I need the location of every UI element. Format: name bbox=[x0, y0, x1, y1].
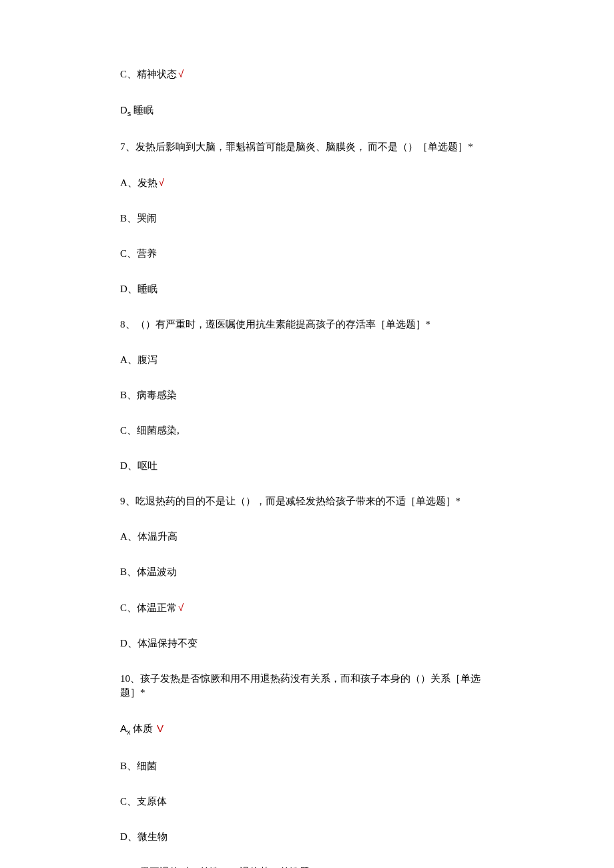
option-text: 发热 bbox=[137, 177, 158, 188]
option-text: 体温正常 bbox=[137, 602, 177, 613]
option-text: 体温波动 bbox=[137, 566, 177, 577]
document-page: C、精神状态√ Ds 睡眠 7、发热后影响到大脑，罪魁祸首可能是脑炎、脑膜炎， … bbox=[0, 0, 614, 868]
option-prefix: D、 bbox=[120, 460, 137, 471]
question-text: 孩子发热是否惊厥和用不用退热药没有关系，而和孩子本身的（）关系［单选题］* bbox=[120, 673, 481, 698]
question-line: 7、发热后影响到大脑，罪魁祸首可能是脑炎、脑膜炎， 而不是（）［单选题］* bbox=[120, 140, 494, 154]
option-text: 睡眠 bbox=[137, 284, 158, 294]
option-line: D、微生物 bbox=[120, 830, 494, 844]
option-text: 呕吐 bbox=[137, 460, 158, 471]
question-line: 8、（）有严重时，遵医嘱使用抗生素能提高孩子的存活率［单选题］* bbox=[120, 318, 494, 332]
option-line: C、支原体 bbox=[120, 795, 494, 809]
option-text: 精神状态 bbox=[137, 69, 177, 79]
correct-mark-icon: V bbox=[157, 723, 164, 734]
question-prefix: 9、 bbox=[120, 496, 135, 506]
option-text: 体质 bbox=[133, 723, 153, 734]
option-prefix: B、 bbox=[120, 761, 137, 771]
option-line: D、呕吐 bbox=[120, 459, 494, 473]
option-prefix: C、 bbox=[120, 425, 137, 436]
option-line: C、体温正常√ bbox=[120, 600, 494, 615]
option-prefix: A、 bbox=[120, 177, 137, 188]
option-prefix: B、 bbox=[120, 390, 137, 400]
question-text: 发热后影响到大脑，罪魁祸首可能是脑炎、脑膜炎， 而不是（）［单选题］* bbox=[135, 141, 473, 152]
option-prefix: B、 bbox=[120, 566, 137, 577]
question-prefix: 10、 bbox=[120, 673, 140, 684]
question-line: 11、需要退热时，首选（）退热药［单选题］* bbox=[120, 865, 494, 868]
question-prefix: 8、 bbox=[120, 319, 135, 330]
option-line: Ax 体质 V bbox=[120, 721, 494, 737]
question-line: 9、吃退热药的目的不是让（），而是减轻发热给孩子带来的不适［单选题］* bbox=[120, 494, 494, 508]
correct-mark-icon: √ bbox=[159, 177, 164, 188]
option-text: 哭闹 bbox=[137, 213, 157, 224]
option-prefix: C、 bbox=[120, 69, 137, 79]
option-text: 睡眠 bbox=[133, 105, 154, 115]
option-text: 体温保持不变 bbox=[137, 638, 198, 648]
option-prefix: D、 bbox=[120, 831, 137, 842]
option-text: 病毒感染 bbox=[137, 390, 177, 400]
option-subscript: s bbox=[127, 109, 131, 117]
option-prefix: D bbox=[120, 104, 127, 115]
option-text: 体温升高 bbox=[137, 531, 178, 542]
option-text: 腹泻 bbox=[137, 354, 158, 365]
option-text: 营养 bbox=[137, 248, 157, 259]
option-line: A、发热√ bbox=[120, 175, 494, 190]
option-line: D、睡眠 bbox=[120, 282, 494, 296]
option-line: B、哭闹 bbox=[120, 211, 494, 226]
option-line: B、体温波动 bbox=[120, 565, 494, 579]
option-text: 细菌感染, bbox=[137, 425, 180, 436]
question-text: （）有严重时，遵医嘱使用抗生素能提高孩子的存活率［单选题］* bbox=[135, 319, 431, 330]
question-prefix: 7、 bbox=[120, 141, 135, 152]
option-prefix: A、 bbox=[120, 354, 137, 365]
option-line: C、细菌感染, bbox=[120, 424, 494, 438]
option-line: C、精神状态√ bbox=[120, 67, 494, 81]
option-prefix: C、 bbox=[120, 602, 137, 613]
option-line: A、体温升高 bbox=[120, 530, 494, 544]
option-line: B、细菌 bbox=[120, 759, 494, 773]
option-prefix: A bbox=[120, 723, 127, 734]
option-line: D、体温保持不变 bbox=[120, 636, 494, 650]
option-prefix: D、 bbox=[120, 284, 137, 294]
option-prefix: C、 bbox=[120, 796, 137, 807]
option-prefix: D、 bbox=[120, 638, 137, 648]
option-line: A、腹泻 bbox=[120, 353, 494, 367]
option-line: Ds 睡眠 bbox=[120, 103, 494, 119]
option-line: B、病毒感染 bbox=[120, 388, 494, 402]
option-line: C、营养 bbox=[120, 247, 494, 261]
option-prefix: A、 bbox=[120, 531, 137, 542]
option-text: 支原体 bbox=[137, 796, 167, 807]
option-prefix: C、 bbox=[120, 248, 137, 259]
option-prefix: B、 bbox=[120, 213, 137, 224]
option-text: 微生物 bbox=[137, 831, 168, 842]
correct-mark-icon: √ bbox=[178, 68, 184, 79]
option-text: 细菌 bbox=[137, 761, 157, 771]
correct-mark-icon: √ bbox=[178, 602, 184, 613]
question-text: 吃退热药的目的不是让（），而是减轻发热给孩子带来的不适［单选题］* bbox=[135, 496, 461, 506]
question-line: 10、孩子发热是否惊厥和用不用退热药没有关系，而和孩子本身的（）关系［单选题］* bbox=[120, 672, 494, 700]
option-subscript: x bbox=[127, 728, 131, 736]
